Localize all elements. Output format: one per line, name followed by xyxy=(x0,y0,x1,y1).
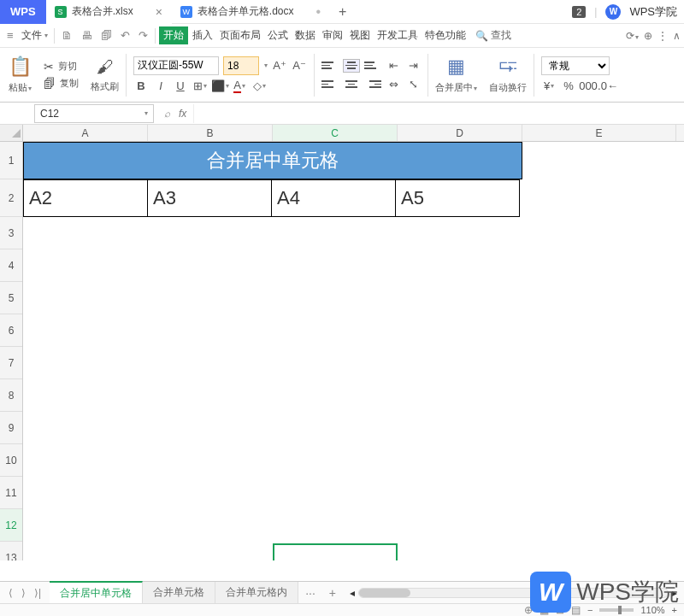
menu-search[interactable]: 🔍 查找 xyxy=(475,28,511,43)
sheet-tab[interactable]: 合并单元格 xyxy=(143,582,215,603)
format-painter-icon[interactable]: 🖌 xyxy=(97,57,114,77)
currency-icon[interactable]: ¥▾ xyxy=(541,79,557,94)
sheet-tab[interactable]: 合并居中单元格 xyxy=(50,581,143,604)
menu-special[interactable]: 特色功能 xyxy=(422,26,469,44)
zoom-slider[interactable] xyxy=(599,608,634,612)
align-top-icon[interactable] xyxy=(321,59,339,73)
sheet-more-icon[interactable]: ··· xyxy=(298,586,322,600)
wrap-label[interactable]: 自动换行 xyxy=(489,81,527,94)
data-cell[interactable]: A3 xyxy=(147,179,272,217)
merge-across-icon[interactable]: ⇔ xyxy=(386,77,401,92)
font-size-combo[interactable] xyxy=(223,56,259,75)
scroll-right-icon[interactable]: ▸ xyxy=(672,587,677,599)
view-break-icon[interactable]: ▤ xyxy=(571,604,581,616)
font-name-combo[interactable] xyxy=(133,56,219,75)
qat-print-icon[interactable]: 🖶 xyxy=(78,29,96,42)
row-header[interactable]: 4 xyxy=(0,249,22,282)
zoom-in-icon[interactable]: + xyxy=(672,605,677,615)
merge-label[interactable]: 合并居中▾ xyxy=(435,81,477,94)
copy-label[interactable]: 复制 xyxy=(60,77,79,90)
document-tab-xlsx[interactable]: S 表格合并.xlsx × xyxy=(46,0,172,24)
align-left-icon[interactable] xyxy=(321,78,339,91)
app-menu-icon[interactable]: ≡ xyxy=(3,29,17,42)
decrease-decimal-icon[interactable]: .0← xyxy=(600,79,616,94)
comma-icon[interactable]: 000 xyxy=(581,79,596,94)
name-box[interactable]: C12 ▾ xyxy=(34,104,154,123)
data-cell[interactable]: A4 xyxy=(271,179,396,217)
view-page-icon[interactable]: ⊡ xyxy=(556,604,564,616)
status-mode-icon[interactable]: ⊕ xyxy=(524,604,533,616)
zoom-value[interactable]: 110% xyxy=(640,605,664,615)
paste-label[interactable]: 粘贴▾ xyxy=(9,81,32,94)
col-header[interactable]: D xyxy=(398,125,522,141)
format-painter-label[interactable]: 格式刷 xyxy=(91,80,119,93)
view-normal-icon[interactable]: ▦ xyxy=(540,604,549,616)
merge-cells-icon[interactable]: ▦ xyxy=(447,56,465,78)
qat-redo-icon[interactable]: ↷ xyxy=(135,29,151,42)
cut-label[interactable]: 剪切 xyxy=(58,60,77,73)
qat-save-icon[interactable]: 🗎 xyxy=(58,29,76,42)
vertical-scrollbar[interactable] xyxy=(675,267,684,560)
row-header[interactable]: 2 xyxy=(0,179,22,217)
shrink-font-icon[interactable]: A⁻ xyxy=(292,58,307,73)
row-header[interactable]: 10 xyxy=(0,444,22,477)
underline-button[interactable]: U xyxy=(173,79,188,94)
fx-cancel-icon[interactable]: ⌕ xyxy=(164,108,170,120)
qat-undo-icon[interactable]: ↶ xyxy=(117,29,133,42)
font-color-button[interactable]: A▾ xyxy=(232,79,247,94)
notify-icon[interactable]: ⊕ xyxy=(644,30,652,42)
indent-decrease-icon[interactable]: ⇤ xyxy=(386,58,401,73)
formula-input[interactable] xyxy=(193,104,684,123)
bold-button[interactable]: B xyxy=(133,79,149,94)
sheet-nav-next-icon[interactable]: ⟩ xyxy=(18,585,29,601)
align-right-icon[interactable] xyxy=(364,78,381,91)
row-header[interactable]: 11 xyxy=(0,477,22,509)
horizontal-scrollbar[interactable]: ◂ ▸ xyxy=(343,587,684,599)
row-header[interactable]: 9 xyxy=(0,412,22,444)
new-tab-button[interactable]: + xyxy=(330,4,355,20)
wps-logo-icon[interactable]: W xyxy=(605,4,621,20)
row-header[interactable]: 3 xyxy=(0,217,22,249)
close-tab-icon[interactable]: × xyxy=(156,5,162,19)
scroll-thumb[interactable] xyxy=(359,589,410,597)
align-middle-icon[interactable] xyxy=(343,59,360,73)
col-header[interactable]: E xyxy=(522,125,676,141)
number-format-combo[interactable]: 常规 xyxy=(541,56,610,75)
row-header[interactable]: 7 xyxy=(0,347,22,379)
qat-preview-icon[interactable]: 🗐 xyxy=(97,29,115,42)
menu-review[interactable]: 审阅 xyxy=(320,26,345,44)
more-icon[interactable]: ⋮ xyxy=(657,30,668,42)
row-header[interactable]: 1 xyxy=(0,142,22,179)
row-header[interactable]: 13 xyxy=(0,542,22,560)
align-bottom-icon[interactable] xyxy=(364,59,381,73)
data-cell[interactable]: A5 xyxy=(395,179,520,217)
menu-home[interactable]: 开始 xyxy=(159,26,188,44)
sheet-tab[interactable]: 合并单元格内 xyxy=(215,582,298,603)
percent-icon[interactable]: % xyxy=(561,79,576,94)
select-all-corner[interactable] xyxy=(0,125,23,142)
col-header-selected[interactable]: C xyxy=(273,125,398,141)
row-header[interactable]: 8 xyxy=(0,379,22,412)
fill-color-button[interactable]: ⬛▾ xyxy=(212,79,227,94)
align-center-icon[interactable] xyxy=(343,78,360,91)
cut-icon[interactable]: ✂ xyxy=(44,60,54,73)
copy-icon[interactable]: 🗐 xyxy=(44,77,56,91)
menu-insert[interactable]: 插入 xyxy=(190,26,215,44)
grow-font-icon[interactable]: A⁺ xyxy=(272,58,287,73)
menu-layout[interactable]: 页面布局 xyxy=(217,26,263,44)
italic-button[interactable]: I xyxy=(153,79,168,94)
document-tab-docx[interactable]: W 表格合并单元格.docx • xyxy=(172,0,330,24)
data-cell[interactable]: A2 xyxy=(23,179,148,217)
orientation-icon[interactable]: ⤡ xyxy=(405,77,421,92)
menu-formula[interactable]: 公式 xyxy=(265,26,291,44)
row-header[interactable]: 5 xyxy=(0,282,22,314)
col-header[interactable]: B xyxy=(148,125,273,141)
menu-data[interactable]: 数据 xyxy=(292,26,318,44)
name-box-dd-icon[interactable]: ▾ xyxy=(144,109,148,117)
menu-dev[interactable]: 开发工具 xyxy=(374,26,421,44)
border-button[interactable]: ⊞▾ xyxy=(192,79,208,94)
paste-icon[interactable]: 📋 xyxy=(9,56,32,78)
row-header-selected[interactable]: 12 xyxy=(0,509,22,542)
wrap-text-icon[interactable]: ⮓ xyxy=(498,56,517,78)
col-header[interactable]: A xyxy=(23,125,148,141)
